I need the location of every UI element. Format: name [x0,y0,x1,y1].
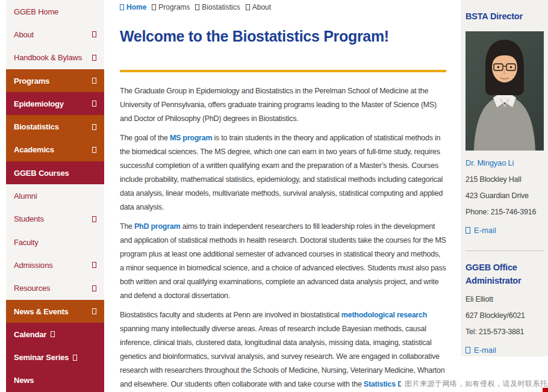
sidebar-item-label: Biostatistics [14,122,59,131]
home-icon [120,4,124,10]
email-label: E-mail [474,346,496,355]
body-paragraph: The PhD program aims to train independen… [120,220,446,303]
right-sidebar: BSTA Director [461,0,548,356]
contact-line: 423 Guardian Drive [465,188,548,204]
page-title: Welcome to the Biostatistics Program! [120,28,389,45]
contact-line: 215 Blockley Hall [465,172,548,188]
expand-icon [92,101,96,107]
expand-icon [51,331,55,337]
body-paragraph: The goal of the MS program is to train s… [120,131,446,214]
email-icon [465,227,470,234]
sidebar-item-news[interactable]: News [6,369,104,392]
sidebar-item-label: Alumni [14,191,37,201]
sidebar-item-label: GGEB Home [14,7,58,16]
director-address: 215 Blockley Hall423 Guardian DrivePhone… [465,172,548,220]
breadcrumb-link-home[interactable]: Home [126,3,146,11]
sidebar-item-admissions[interactable]: Admissions [6,254,104,276]
contact-line: Phone: 215-746-3916 [465,204,548,220]
breadcrumb-item: Biostatistics [195,3,240,11]
expand-icon [92,216,96,222]
expand-icon [92,285,96,291]
breadcrumb-link-biostatistics[interactable]: Biostatistics [202,3,240,11]
title-underline [120,70,446,72]
sidebar-item-about[interactable]: About [6,23,104,46]
sidebar-item-label: About [14,30,34,39]
article-body: The Graduate Group in Epidemiology and B… [120,84,446,392]
admin-heading: GGEB Office Administrator [465,261,539,287]
breadcrumb-item: Programs [152,3,190,11]
breadcrumb-link-programs[interactable]: Programs [158,3,190,11]
sidebar-item-academics[interactable]: Academics [6,138,104,161]
sidebar-item-news-events[interactable]: News & Events [6,300,104,323]
admin-email-link[interactable]: E-mail [465,346,548,355]
sidebar-item-epidemiology[interactable]: Epidemiology [6,92,104,115]
expand-icon [92,78,96,84]
email-label: E-mail [474,226,496,235]
breadcrumb-separator-icon [246,4,250,10]
sidebar-item-faculty[interactable]: Faculty [6,231,104,254]
sidebar-item-label: Programs [14,76,49,86]
director-email-link[interactable]: E-mail [465,226,548,235]
sidebar-item-alumni[interactable]: Alumni [6,184,104,207]
sidebar-item-handbook-bylaws[interactable]: Handbook & Bylaws [6,46,104,69]
sidebar-item-ggeb-home[interactable]: GGEB Home [6,0,104,23]
sidebar-item-label: Academics [14,145,54,154]
breadcrumb-separator-icon [195,4,199,10]
sidebar-item-biostatistics[interactable]: Biostatistics [6,115,104,138]
breadcrumb-separator-icon [152,4,156,10]
sidebar-item-students[interactable]: Students [6,208,104,231]
contact-line: Eli Elliott [465,291,548,308]
expand-icon [92,124,96,130]
admin-address: Eli Elliott627 Blockley/6021Tel: 215-573… [465,291,548,340]
sidebar-item-label: News [14,376,34,385]
sidebar-item-label: Faculty [14,238,39,247]
sidebar-item-label: Resources [14,284,50,293]
sidebar-item-calendar[interactable]: Calendar [6,323,104,346]
sidebar-item-label: News & Events [14,307,69,316]
watermark-text: 图片来源于网络，如有侵权，请及时联系托普仕留学删除 [401,379,548,389]
director-name-link[interactable]: Dr. Mingyao Li [465,158,548,167]
sidebar-item-ggeb-courses[interactable]: GGEB Courses [6,161,104,184]
panel-divider [465,250,544,251]
inline-link-phd-program[interactable]: PhD program [134,222,180,231]
breadcrumb: HomeProgramsBiostatisticsAbout [120,3,271,11]
contact-line: Tel: 215-573-3881 [465,324,548,340]
sidebar-nav: GGEB HomeAboutHandbook & BylawsProgramsE… [6,0,104,392]
expand-icon [73,355,77,361]
expand-icon [92,55,96,61]
sidebar-item-label: Calendar [14,330,46,339]
sidebar-item-label: Handbook & Bylaws [14,53,82,62]
email-icon [465,347,470,353]
director-heading: BSTA Director [465,10,539,23]
inline-link-ms-program[interactable]: MS program [170,134,212,142]
sidebar-item-label: Epidemiology [14,99,64,108]
sidebar-item-label: GGEB Courses [14,169,69,178]
sidebar-item-seminar-series[interactable]: Seminar Series [6,346,104,369]
sidebar-item-programs[interactable]: Programs [6,69,104,92]
sidebar-item-resources[interactable]: Resources [6,277,104,300]
sidebar-item-label: Students [14,214,44,223]
sidebar-item-label: Seminar Series [14,353,69,362]
breadcrumb-item: Home [120,3,146,11]
corner-logo-fragment [543,388,548,392]
body-paragraph: The Graduate Group in Epidemiology and B… [120,84,446,126]
breadcrumb-item: About [246,3,271,11]
expand-icon [92,31,96,37]
breadcrumb-link-about[interactable]: About [252,3,271,11]
expand-icon [92,308,96,314]
inline-link-statistics-department-of-the-wharton-school[interactable]: Statistics Department of the Wharton Sch… [120,380,438,392]
inline-link-methodological-research[interactable]: methodological research [341,311,427,319]
body-paragraph: Biostatistics faculty and students at Pe… [120,308,446,392]
director-photo [465,31,544,151]
sidebar-item-label: Admissions [14,261,52,270]
contact-line: 627 Blockley/6021 [465,308,548,324]
expand-icon [92,147,96,153]
expand-icon [92,262,96,268]
